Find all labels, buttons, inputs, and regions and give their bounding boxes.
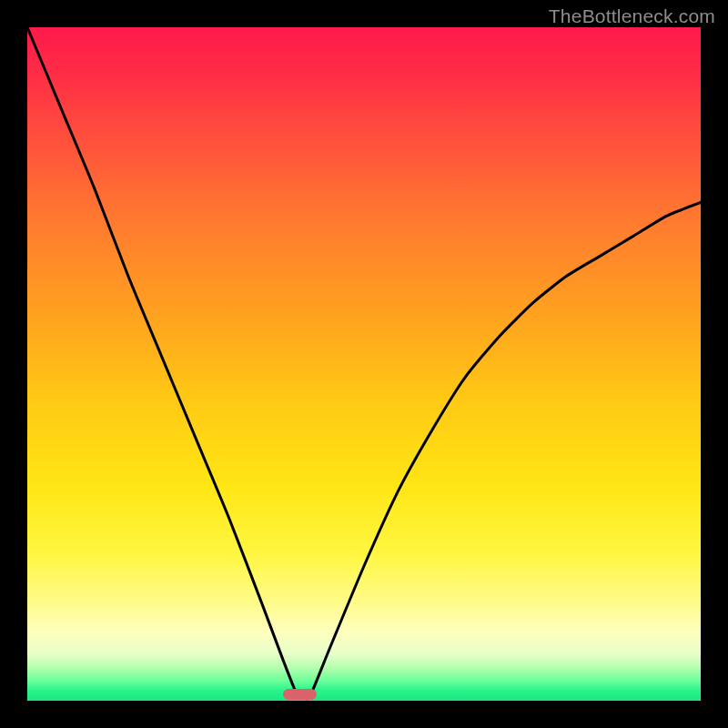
optimal-marker — [283, 689, 317, 700]
chart-frame: TheBottleneck.com — [0, 0, 728, 728]
bottleneck-curve — [27, 27, 701, 701]
watermark-text: TheBottleneck.com — [549, 5, 715, 27]
plot-area — [27, 27, 701, 701]
